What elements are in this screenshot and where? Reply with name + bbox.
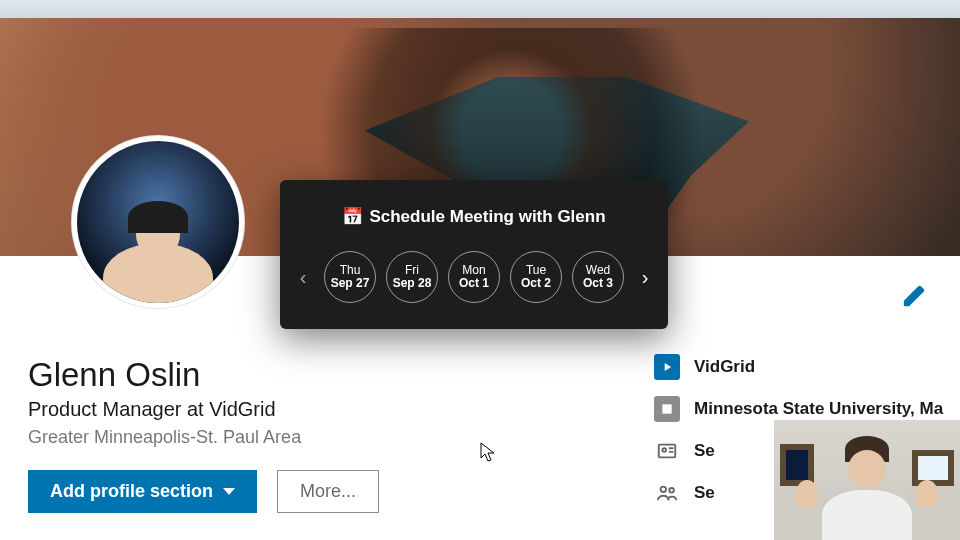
add-profile-section-button[interactable]: Add profile section <box>28 470 257 513</box>
avatar[interactable] <box>72 136 244 308</box>
calendar-icon: 📅 <box>342 206 363 227</box>
date-option[interactable]: Tue Oct 2 <box>510 251 562 303</box>
school-logo-icon <box>654 396 680 422</box>
svg-point-2 <box>662 448 666 452</box>
schedule-meeting-popover: 📅 Schedule Meeting with Glenn ‹ Thu Sep … <box>280 180 668 329</box>
add-profile-section-label: Add profile section <box>50 481 213 502</box>
prev-dates-button[interactable]: ‹ <box>292 266 314 289</box>
chevron-down-icon <box>223 488 235 495</box>
contact-card-icon <box>654 438 680 464</box>
profile-info: Glenn Oslin Product Manager at VidGrid G… <box>28 356 379 513</box>
date-option[interactable]: Mon Oct 1 <box>448 251 500 303</box>
popover-title: Schedule Meeting with Glenn <box>369 207 605 227</box>
next-dates-button[interactable]: › <box>634 266 656 289</box>
date-option[interactable]: Wed Oct 3 <box>572 251 624 303</box>
presenter-webcam <box>774 420 960 540</box>
more-button[interactable]: More... <box>277 470 379 513</box>
date-option[interactable]: Thu Sep 27 <box>324 251 376 303</box>
cursor-icon <box>480 442 496 466</box>
profile-name: Glenn Oslin <box>28 356 379 394</box>
svg-rect-0 <box>662 404 671 413</box>
see-contact-info-link[interactable]: Se <box>694 441 715 461</box>
company-logo-icon <box>654 354 680 380</box>
profile-location: Greater Minneapolis-St. Paul Area <box>28 427 379 448</box>
see-connections-link[interactable]: Se <box>694 483 715 503</box>
profile-headline: Product Manager at VidGrid <box>28 398 379 421</box>
svg-point-4 <box>669 488 674 493</box>
date-option[interactable]: Fri Sep 28 <box>386 251 438 303</box>
connections-icon <box>654 480 680 506</box>
company-name[interactable]: VidGrid <box>694 357 755 377</box>
school-name[interactable]: Minnesota State University, Ma <box>694 399 943 419</box>
edit-intro-button[interactable] <box>902 284 926 312</box>
svg-point-3 <box>661 487 667 493</box>
